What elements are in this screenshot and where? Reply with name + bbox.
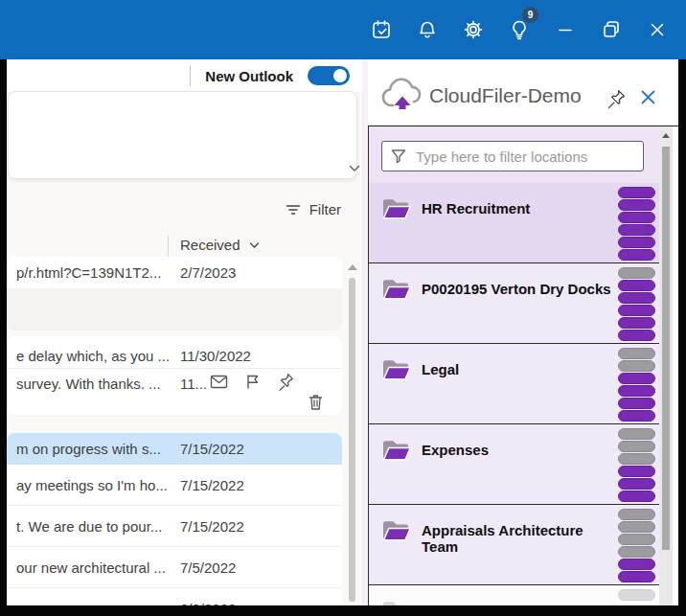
status-pill-gray[interactable] [618, 534, 655, 545]
tips-button[interactable]: 9 [496, 0, 542, 59]
message-date: 7/15/2022 [180, 477, 244, 493]
status-pill-purple[interactable] [618, 330, 655, 341]
status-pill-gray[interactable] [618, 521, 655, 533]
message-row[interactable]: 6/8/2022 [7, 588, 342, 605]
filter-lines-icon [285, 202, 302, 217]
message-row[interactable]: ay meetings so I'm ho... 7/15/2022 [7, 465, 342, 505]
panel-scrollbar[interactable] [659, 126, 673, 605]
folder-label: Expenses [422, 442, 613, 458]
status-pill-purple[interactable] [618, 305, 655, 316]
pin-icon [606, 89, 626, 108]
status-pill-purple[interactable] [618, 237, 655, 248]
message-row[interactable]: p/r.html?C=139N1T2... 2/7/2023 [7, 257, 342, 288]
status-pill-purple[interactable] [618, 224, 655, 236]
collapse-ribbon-button[interactable] [348, 161, 361, 178]
message-preview: our new architectural ... [16, 559, 166, 576]
folder-icon [380, 355, 413, 382]
minimize-button[interactable] [542, 0, 588, 59]
new-outlook-toggle[interactable] [308, 66, 350, 85]
message-preview: survey. With thanks. ... [16, 376, 161, 392]
message-row-selected[interactable]: m on progress with s... 7/15/2022 [7, 433, 342, 465]
status-pill-purple[interactable] [618, 373, 655, 384]
pin-panel-button[interactable] [606, 89, 626, 112]
mark-read-icon[interactable] [209, 373, 229, 391]
new-outlook-label: New Outlook [205, 68, 293, 84]
mail-list-scrollbar[interactable] [349, 278, 355, 602]
status-pill-purple[interactable] [618, 280, 655, 291]
status-pill-purple[interactable] [618, 410, 655, 422]
status-pill-purple[interactable] [618, 212, 655, 223]
status-pill-gray[interactable] [618, 267, 655, 279]
folder-label: Legal [422, 361, 613, 377]
message-row[interactable]: t. We are due to pour... 7/15/2022 [7, 506, 342, 546]
message-preview: ay meetings so I'm ho... [16, 477, 168, 493]
status-pill-gray[interactable] [618, 453, 655, 465]
close-window-button[interactable] [634, 0, 680, 59]
folder-location-item[interactable]: Legal [369, 344, 659, 424]
status-pill-gray[interactable] [618, 428, 655, 440]
trash-icon [307, 393, 325, 412]
status-pill-purple[interactable] [618, 199, 655, 211]
status-pill-purple[interactable] [618, 249, 655, 261]
folder-icon [380, 597, 413, 605]
titlebar: 9 [0, 0, 686, 59]
status-pill-gray[interactable] [618, 509, 655, 520]
folder-location-item[interactable] [369, 585, 659, 605]
toggle-knob [333, 69, 347, 82]
cloud-upload-icon [380, 76, 424, 111]
message-row[interactable]: our new architectural ... 7/5/2022 [7, 547, 342, 587]
status-pill-gray[interactable] [618, 348, 655, 359]
status-pill-gray[interactable] [618, 546, 655, 558]
panel-header: CloudFiler-Demo [368, 59, 678, 125]
chevron-down-icon [249, 241, 260, 249]
mail-pane: New Outlook Filter Received p/r.html?C=1… [7, 59, 362, 605]
message-list: p/r.html?C=139N1T2... 2/7/2023 e delay w… [7, 257, 344, 605]
status-pill-purple[interactable] [618, 385, 655, 397]
flag-icon[interactable] [244, 373, 261, 391]
pill-stack [618, 428, 655, 503]
notifications-button[interactable] [404, 0, 450, 59]
folder-location-item[interactable]: P0020195 Verton Dry Docks [369, 263, 659, 344]
vertical-divider [190, 65, 191, 86]
restore-icon [600, 18, 623, 41]
delete-button[interactable] [307, 393, 325, 416]
filter-button[interactable]: Filter [285, 201, 341, 217]
restore-button[interactable] [588, 0, 634, 59]
status-pill-light[interactable] [618, 589, 655, 601]
status-pill-purple[interactable] [618, 478, 655, 490]
pin-icon[interactable] [276, 372, 295, 391]
message-card: m on progress with s... 7/15/2022 ay mee… [7, 433, 342, 605]
settings-button[interactable] [450, 0, 496, 59]
folder-location-item[interactable]: Appraisals Architecture Team [369, 505, 659, 585]
minimize-icon [554, 18, 577, 41]
folder-icon [380, 516, 413, 543]
status-pill-purple[interactable] [618, 466, 655, 477]
status-pill-purple[interactable] [618, 398, 655, 409]
status-pill-purple[interactable] [618, 292, 655, 304]
message-row[interactable]: e delay which, as you ... 11/30/2022 [7, 343, 342, 368]
status-pill-purple[interactable] [618, 187, 655, 198]
folder-location-item[interactable]: Expenses [369, 424, 659, 505]
panel-body: HR Recruitment P0020195 Verton Dry Docks… [368, 125, 678, 605]
pill-stack [618, 589, 655, 602]
my-day-button[interactable] [358, 0, 404, 59]
status-pill-purple[interactable] [618, 491, 655, 502]
status-pill-purple[interactable] [618, 317, 655, 329]
message-date: 2/7/2023 [180, 264, 236, 281]
status-pill-purple[interactable] [618, 559, 655, 570]
panel-title: CloudFiler-Demo [429, 84, 582, 107]
scroll-up-arrow[interactable] [662, 133, 670, 138]
status-pill-gray[interactable] [618, 360, 655, 372]
status-pill-gray[interactable] [618, 441, 655, 452]
received-sort-header[interactable]: Received [180, 237, 260, 253]
status-pill-purple[interactable] [618, 571, 655, 582]
scroll-up-arrow[interactable] [348, 264, 357, 270]
quick-actions [209, 372, 295, 391]
folder-list: HR Recruitment P0020195 Verton Dry Docks… [369, 183, 659, 605]
filter-button-label: Filter [309, 201, 341, 217]
locations-filter-input[interactable] [414, 143, 638, 170]
message-row-hovered[interactable]: survey. With thanks. ... 11... [7, 369, 342, 398]
panel-scrollbar-thumb[interactable] [662, 147, 670, 550]
folder-location-item[interactable]: HR Recruitment [369, 183, 659, 263]
close-panel-button[interactable] [640, 89, 656, 109]
